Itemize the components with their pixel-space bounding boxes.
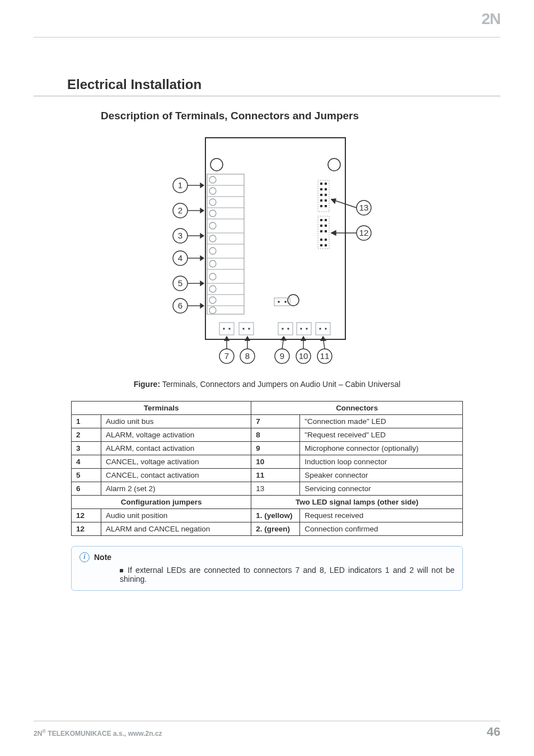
svg-point-57 <box>248 328 250 329</box>
svg-point-62 <box>300 328 302 329</box>
table-row: 12ALARM and CANCEL negation2. (green)Con… <box>72 522 463 536</box>
svg-rect-43 <box>320 239 322 241</box>
note-text: If external LEDs are connected to connec… <box>120 566 455 584</box>
callout-4: 4 <box>173 251 204 265</box>
pcb-diagram: 1 2 3 4 5 6 13 12 7 8 9 10 11 <box>152 132 382 367</box>
svg-rect-52 <box>219 323 234 335</box>
svg-rect-29 <box>320 188 322 190</box>
svg-text:7: 7 <box>224 351 229 361</box>
svg-point-2 <box>288 295 299 306</box>
svg-rect-37 <box>320 219 322 221</box>
table-row: 6Alarm 2 (set 2)13Servicing connector <box>72 482 463 496</box>
svg-rect-61 <box>297 323 311 335</box>
svg-point-60 <box>287 328 289 329</box>
svg-text:5: 5 <box>178 278 182 288</box>
svg-marker-106 <box>245 337 250 340</box>
table-header-terminals: Terminals <box>72 402 251 415</box>
svg-rect-44 <box>325 239 327 241</box>
svg-rect-38 <box>325 219 327 221</box>
svg-rect-28 <box>325 183 327 185</box>
svg-rect-58 <box>278 323 293 335</box>
svg-marker-98 <box>331 231 336 235</box>
svg-marker-86 <box>200 281 204 286</box>
figure-label: Figure: <box>134 380 160 389</box>
page-number: 46 <box>487 725 500 739</box>
table-row: 4CANCEL, voltage activation10Induction l… <box>72 455 463 469</box>
svg-marker-94 <box>331 199 336 203</box>
svg-text:2: 2 <box>178 206 182 215</box>
table-header-config-jumpers: Configuration jumpers <box>72 496 251 509</box>
table-header-led-lamps: Two LED signal lamps (other side) <box>251 496 463 509</box>
table-row: 2ALARM, voltage activation8"Request rece… <box>72 428 463 442</box>
svg-rect-34 <box>325 199 327 202</box>
svg-rect-30 <box>325 188 327 190</box>
svg-rect-40 <box>325 225 327 227</box>
subsection-title: Description of Terminals, Connectors and… <box>101 110 500 122</box>
callout-5: 5 <box>173 276 204 291</box>
svg-text:10: 10 <box>299 351 308 361</box>
figure-caption: Figure: Terminals, Connectors and Jumper… <box>34 380 500 389</box>
svg-point-65 <box>319 328 321 329</box>
svg-point-0 <box>210 158 223 171</box>
svg-text:8: 8 <box>245 351 250 361</box>
svg-rect-42 <box>325 230 327 232</box>
callout-13: 13 <box>331 199 371 215</box>
svg-rect-45 <box>320 244 322 246</box>
brand-logo: 2N <box>481 10 500 28</box>
note-body: If external LEDs are connected to connec… <box>120 566 455 584</box>
svg-marker-110 <box>281 337 286 340</box>
svg-marker-78 <box>200 234 204 238</box>
svg-text:6: 6 <box>178 301 182 310</box>
svg-point-54 <box>228 328 230 329</box>
svg-rect-46 <box>325 244 327 246</box>
footer-left: 2N® TELEKOMUNIKACE a.s., www.2n.cz <box>34 729 162 738</box>
callout-6: 6 <box>173 298 204 313</box>
footer-divider <box>34 721 500 721</box>
table-row: 12Audio unit position1. (yellow)Request … <box>72 509 463 522</box>
svg-text:13: 13 <box>359 203 369 212</box>
svg-point-59 <box>282 328 283 329</box>
svg-point-66 <box>325 328 326 329</box>
svg-marker-90 <box>200 304 204 308</box>
svg-rect-36 <box>325 205 327 207</box>
svg-rect-64 <box>316 323 330 335</box>
table-row: 5CANCEL, contact activation11Speaker con… <box>72 469 463 482</box>
svg-text:4: 4 <box>178 253 182 263</box>
note-box: i Note If external LEDs are connected to… <box>71 546 463 591</box>
terminals-table: Terminals Connectors 1Audio unit bus7"Co… <box>71 401 463 536</box>
table-header-connectors: Connectors <box>251 402 463 415</box>
callout-9: 9 <box>275 337 289 363</box>
bullet-icon <box>120 569 123 572</box>
callout-10: 10 <box>296 337 311 363</box>
svg-point-1 <box>328 158 340 171</box>
svg-rect-27 <box>320 183 322 185</box>
svg-marker-118 <box>321 337 326 340</box>
svg-rect-33 <box>320 199 322 202</box>
svg-rect-31 <box>320 194 322 196</box>
callout-12: 12 <box>331 226 371 240</box>
svg-text:9: 9 <box>280 351 284 361</box>
table-row: 1Audio unit bus7"Connection made" LED <box>72 415 463 428</box>
section-divider <box>34 96 500 96</box>
svg-rect-55 <box>239 323 254 335</box>
svg-rect-35 <box>320 205 322 207</box>
callout-3: 3 <box>173 228 204 243</box>
svg-point-53 <box>223 328 224 329</box>
header-divider <box>34 37 500 38</box>
table-row: 3ALARM, contact activation9Microphone co… <box>72 442 463 455</box>
callout-2: 2 <box>173 203 204 218</box>
svg-rect-48 <box>318 216 329 249</box>
svg-text:11: 11 <box>320 351 330 361</box>
page-footer: 2N® TELEKOMUNIKACE a.s., www.2n.cz 46 <box>34 721 500 739</box>
figure-text: Terminals, Connectors and Jumpers on Aud… <box>162 380 401 389</box>
svg-rect-32 <box>325 194 327 196</box>
svg-rect-41 <box>320 230 322 232</box>
svg-rect-39 <box>320 225 322 227</box>
note-label: Note <box>94 553 111 562</box>
section-title: Electrical Installation <box>67 77 500 92</box>
svg-text:12: 12 <box>359 228 369 237</box>
svg-text:3: 3 <box>178 231 182 240</box>
callout-1: 1 <box>173 178 204 193</box>
svg-point-56 <box>242 328 244 329</box>
info-icon: i <box>79 552 90 562</box>
